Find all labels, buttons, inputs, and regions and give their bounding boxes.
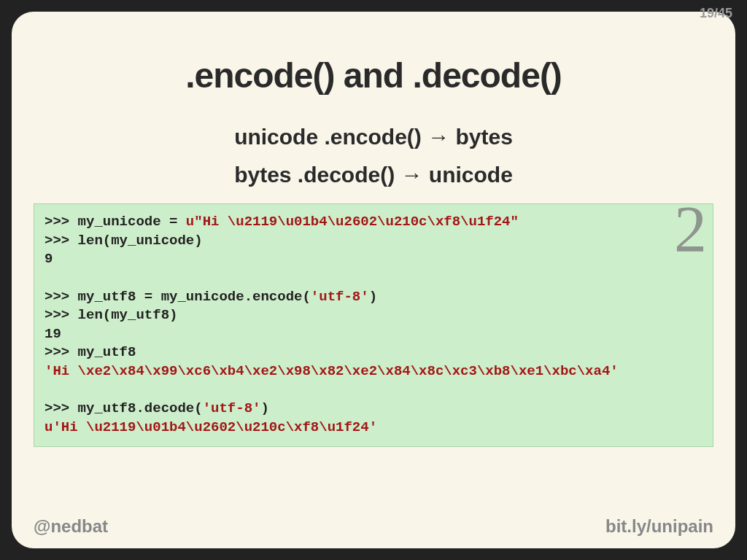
- slide: .encode() and .decode() unicode .encode(…: [12, 12, 735, 548]
- code-line: 19: [44, 326, 61, 342]
- code-line: 9: [44, 251, 53, 267]
- code-line: ): [260, 400, 268, 416]
- footer-link: bit.ly/unipain: [605, 516, 713, 537]
- code-line: >>> len(my_unicode): [44, 233, 203, 249]
- code-output: 'Hi \xe2\x84\x99\xc6\xb4\xe2\x98\x82\xe2…: [44, 363, 619, 379]
- code-line: >>> my_unicode =: [44, 214, 186, 230]
- code-string: 'utf-8': [203, 400, 261, 416]
- page-counter: 19/45: [700, 6, 732, 21]
- python-version-badge: 2: [674, 203, 707, 262]
- code-line: >>> my_utf8.decode(: [44, 400, 203, 416]
- page-total: 45: [718, 6, 732, 20]
- footer: @nedbat bit.ly/unipain: [34, 516, 713, 537]
- slide-title: .encode() and .decode(): [12, 55, 735, 96]
- code-block: 2>>> my_unicode = u"Hi \u2119\u01b4\u260…: [34, 203, 713, 447]
- subtitle-encode: unicode .encode() → bytes: [12, 125, 735, 149]
- code-output: u'Hi \u2119\u01b4\u2602\u210c\xf8\u1f24': [44, 419, 377, 435]
- code-string: u"Hi \u2119\u01b4\u2602\u210c\xf8\u1f24": [186, 214, 519, 230]
- page-current: 19: [700, 6, 714, 20]
- code-line: ): [369, 289, 377, 305]
- code-line: >>> len(my_utf8): [44, 307, 177, 323]
- code-line: >>> my_utf8: [44, 344, 136, 360]
- subtitle-decode: bytes .decode() → unicode: [12, 163, 735, 187]
- code-string: 'utf-8': [311, 289, 369, 305]
- footer-handle: @nedbat: [34, 516, 108, 537]
- code-line: >>> my_utf8 = my_unicode.encode(: [44, 289, 311, 305]
